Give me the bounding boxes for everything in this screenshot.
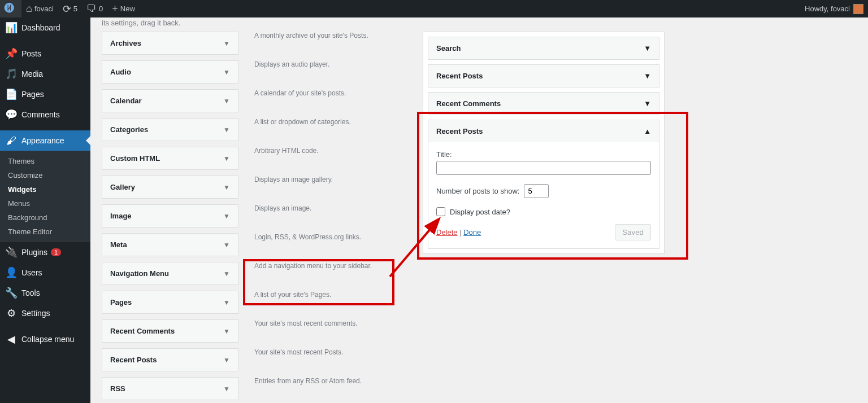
chevron-down-icon: ▼ bbox=[223, 212, 230, 220]
collapse-icon: ◀ bbox=[6, 334, 17, 345]
sidebar-item-settings[interactable]: ⚙Settings bbox=[0, 303, 90, 323]
chevron-down-icon: ▼ bbox=[223, 155, 230, 163]
site-name-text: fovaci bbox=[34, 5, 54, 13]
howdy-text: Howdy, fovaci bbox=[805, 5, 850, 13]
delete-link[interactable]: Delete bbox=[436, 228, 458, 236]
comments-link[interactable]: 🗨0 bbox=[82, 0, 107, 17]
widget-open-body: Title: Number of posts to show: Display … bbox=[428, 142, 659, 248]
available-widget[interactable]: Image▼ bbox=[102, 204, 238, 227]
widget-title: Categories bbox=[110, 125, 148, 134]
available-widget[interactable]: Recent Posts▼ bbox=[102, 348, 238, 371]
sidebar-label: Tools bbox=[21, 288, 40, 297]
sidebar-collapse[interactable]: ◀Collapse menu bbox=[0, 329, 90, 349]
available-widget[interactable]: Meta▼ bbox=[102, 233, 238, 256]
sub-themes[interactable]: Themes bbox=[0, 154, 90, 168]
sidebar-item-tools[interactable]: 🔧Tools bbox=[0, 283, 90, 303]
dropzone-widget-closed[interactable]: Recent Comments▼ bbox=[428, 92, 659, 115]
widget-desc: A monthly archive of your site's Posts. bbox=[252, 32, 389, 55]
sub-background[interactable]: Background bbox=[0, 211, 90, 225]
comment-icon: 💬 bbox=[6, 109, 17, 120]
plug-icon: 🔌 bbox=[6, 247, 17, 258]
sidebar-label: Plugins bbox=[21, 248, 47, 257]
appearance-submenu: Themes Customize Widgets Menus Backgroun… bbox=[0, 151, 90, 242]
num-label: Number of posts to show: bbox=[436, 187, 519, 195]
sidebar-label: Collapse menu bbox=[21, 335, 74, 344]
sidebar-label: Users bbox=[21, 268, 42, 277]
refresh-icon: ⟳ bbox=[63, 3, 71, 15]
dropzone-widget-closed[interactable]: Search▼ bbox=[428, 37, 659, 60]
sub-widgets[interactable]: Widgets bbox=[0, 182, 90, 196]
sidebar-item-pages[interactable]: 📄Pages bbox=[0, 84, 90, 104]
avatar bbox=[853, 4, 863, 14]
title-label: Title: bbox=[436, 150, 651, 159]
widget-title: Meta bbox=[110, 240, 127, 249]
available-widget[interactable]: Calendar▼ bbox=[102, 89, 238, 112]
sub-customize[interactable]: Customize bbox=[0, 168, 90, 182]
drop-container[interactable]: Search▼Recent Posts▼Recent Comments▼ Rec… bbox=[423, 32, 665, 254]
widget-title: Archives bbox=[110, 39, 141, 47]
sub-theme-editor[interactable]: Theme Editor bbox=[0, 225, 90, 239]
separator: | bbox=[458, 228, 464, 236]
done-link[interactable]: Done bbox=[463, 228, 481, 236]
display-date-label: Display post date? bbox=[450, 208, 510, 216]
display-date-checkbox[interactable] bbox=[436, 207, 445, 216]
widget-desc: Arbitrary HTML code. bbox=[252, 147, 389, 170]
sidebar-item-posts[interactable]: 📌Posts bbox=[0, 43, 90, 64]
sub-menus[interactable]: Menus bbox=[0, 196, 90, 211]
available-widget[interactable]: Audio▼ bbox=[102, 60, 238, 84]
available-widget[interactable]: Pages▼ bbox=[102, 291, 238, 314]
wp-logo[interactable]: 🅦 bbox=[0, 0, 21, 17]
widget-desc: Your site's most recent comments. bbox=[252, 319, 389, 343]
sidebar-item-users[interactable]: 👤Users bbox=[0, 262, 90, 283]
admin-sidebar: 📊Dashboard 📌Posts 🎵Media 📄Pages 💬Comment… bbox=[0, 17, 90, 403]
widget-desc: Displays an image. bbox=[252, 204, 389, 227]
chevron-down-icon: ▼ bbox=[223, 97, 230, 105]
sidebar-item-dashboard[interactable]: 📊Dashboard bbox=[0, 17, 90, 38]
widget-desc: Your site's most recent Posts. bbox=[252, 348, 389, 371]
num-input[interactable] bbox=[524, 184, 549, 198]
widget-desc: Login, RSS, & WordPress.org links. bbox=[252, 233, 389, 256]
home-icon: ⌂ bbox=[26, 3, 32, 15]
chevron-down-icon: ▼ bbox=[223, 270, 230, 278]
widget-open-recent-posts: Recent Posts ▲ Title: Number of posts to… bbox=[428, 120, 659, 249]
intro-text: its settings, drag it back. bbox=[102, 17, 857, 32]
howdy-link[interactable]: Howdy, fovaci bbox=[800, 0, 868, 17]
site-name-link[interactable]: ⌂fovaci bbox=[21, 0, 58, 17]
sidebar-label: Appearance bbox=[21, 136, 64, 145]
sidebar-item-media[interactable]: 🎵Media bbox=[0, 64, 90, 84]
widget-open-header[interactable]: Recent Posts ▲ bbox=[428, 120, 659, 142]
available-widget[interactable]: Recent Comments▼ bbox=[102, 319, 238, 343]
sidebar-item-appearance[interactable]: 🖌Appearance bbox=[0, 130, 90, 151]
available-widget[interactable]: Gallery▼ bbox=[102, 176, 238, 199]
available-widget[interactable]: Archives▼ bbox=[102, 32, 238, 55]
widget-desc: A list of your site's Pages. bbox=[252, 291, 389, 314]
widget-title: RSS bbox=[110, 384, 125, 393]
available-widget[interactable]: Categories▼ bbox=[102, 118, 238, 141]
sidebar-item-comments[interactable]: 💬Comments bbox=[0, 104, 90, 125]
new-content-link[interactable]: +New bbox=[107, 0, 140, 17]
chevron-down-icon: ▼ bbox=[223, 327, 230, 335]
dashboard-icon: 📊 bbox=[6, 22, 17, 33]
new-label: New bbox=[120, 5, 135, 13]
widget-desc: Entries from any RSS or Atom feed. bbox=[252, 377, 389, 400]
page-icon: 📄 bbox=[6, 89, 17, 100]
updates-link[interactable]: ⟳5 bbox=[58, 0, 82, 17]
sidebar-label: Media bbox=[21, 69, 43, 78]
widget-desc: Displays an image gallery. bbox=[252, 176, 389, 199]
chevron-down-icon: ▼ bbox=[223, 183, 230, 191]
chevron-down-icon: ▼ bbox=[223, 299, 230, 306]
title-input[interactable] bbox=[436, 161, 651, 175]
widget-desc: Displays an audio player. bbox=[252, 60, 389, 84]
available-widget[interactable]: RSS▼ bbox=[102, 377, 238, 400]
widget-title: Recent Comments bbox=[110, 327, 175, 335]
sidebar-label: Pages bbox=[21, 90, 44, 99]
dropzone-widget-closed[interactable]: Recent Posts▼ bbox=[428, 64, 659, 87]
available-widget[interactable]: Custom HTML▼ bbox=[102, 147, 238, 170]
widget-open-title: Recent Posts bbox=[436, 127, 483, 135]
available-widgets: Archives▼A monthly archive of your site'… bbox=[102, 32, 389, 403]
available-widget[interactable]: Navigation Menu▼ bbox=[102, 262, 238, 285]
widget-title: Gallery bbox=[110, 183, 135, 191]
sidebar-label: Posts bbox=[21, 49, 41, 58]
sidebar-item-plugins[interactable]: 🔌Plugins1 bbox=[0, 242, 90, 262]
widget-title: Audio bbox=[110, 68, 131, 76]
